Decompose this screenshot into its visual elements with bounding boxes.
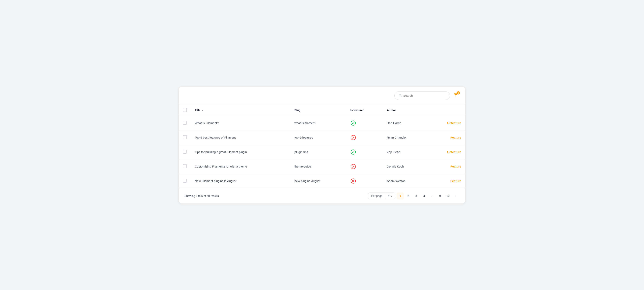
- row-checkbox[interactable]: [183, 164, 187, 168]
- row-checkbox-cell: [179, 174, 191, 188]
- title-sort-icon: ⌄: [202, 109, 204, 112]
- row-is-featured: [346, 174, 383, 188]
- featured-x-icon: [350, 135, 356, 140]
- row-author: Dan Harrin: [383, 116, 429, 130]
- row-action-cell: Feature: [429, 159, 465, 174]
- row-checkbox[interactable]: [183, 135, 187, 139]
- row-checkbox-cell: [179, 145, 191, 159]
- per-page-label: Per page: [368, 193, 386, 199]
- table-row: New Filament plugins in Augustnew-plugin…: [179, 174, 465, 188]
- featured-x-icon: [350, 178, 356, 184]
- pagination-page-2[interactable]: 2: [405, 192, 412, 199]
- row-checkbox[interactable]: [183, 121, 187, 125]
- row-title: New Filament plugins in August: [191, 174, 290, 188]
- row-author: Ryan Chandler: [383, 130, 429, 145]
- filter-button[interactable]: 0: [452, 92, 460, 99]
- featured-check-icon: [350, 149, 356, 155]
- pagination-page-3[interactable]: 3: [413, 192, 420, 199]
- pagination-page-4[interactable]: 4: [420, 192, 428, 199]
- row-author: Dennis Koch: [383, 159, 429, 174]
- table-row: What is Filament?what-is-filament Dan Ha…: [179, 116, 465, 130]
- pagination-page-1[interactable]: 1: [397, 192, 404, 199]
- per-page-selector: Per page 5 ⌄: [368, 192, 395, 199]
- row-checkbox-cell: [179, 130, 191, 145]
- header-checkbox-cell: [179, 105, 191, 116]
- select-all-checkbox[interactable]: [183, 108, 187, 112]
- per-page-dropdown[interactable]: 5 ⌄: [386, 193, 395, 199]
- pagination-next-button[interactable]: ›: [452, 192, 460, 199]
- header-action: [429, 105, 465, 116]
- row-author: Zep Fietje: [383, 145, 429, 159]
- search-box: [394, 92, 450, 100]
- data-table: Title ⌄ Slug Is featured Author What is …: [179, 105, 465, 188]
- main-container: 0 Title ⌄ Slug Is featured: [179, 87, 465, 203]
- header-author: Author: [383, 105, 429, 116]
- search-icon: [398, 94, 402, 98]
- row-is-featured: [346, 116, 383, 130]
- featured-check-icon: [350, 120, 356, 126]
- row-title: Top 5 best features of Filament: [191, 130, 290, 145]
- filter-badge: 0: [457, 91, 460, 95]
- row-action-button[interactable]: Feature: [450, 179, 461, 183]
- row-action-cell: Unfeature: [429, 116, 465, 130]
- row-action-button[interactable]: Unfeature: [447, 150, 461, 154]
- row-action-cell: Unfeature: [429, 145, 465, 159]
- row-action-button[interactable]: Feature: [450, 165, 461, 168]
- row-slug: top-5-features: [290, 130, 346, 145]
- table-row: Customizing Filament's UI with a themeth…: [179, 159, 465, 174]
- header-is-featured: Is featured: [346, 105, 383, 116]
- footer-right: Per page 5 ⌄ 1234...910›: [368, 192, 460, 199]
- row-is-featured: [346, 145, 383, 159]
- row-action-button[interactable]: Unfeature: [447, 121, 461, 125]
- table-footer: Showing 1 to 5 of 50 results Per page 5 …: [179, 188, 465, 203]
- row-title: Tips for building a great Filament plugi…: [191, 145, 290, 159]
- row-author: Adam Weston: [383, 174, 429, 188]
- row-checkbox[interactable]: [183, 179, 187, 183]
- header-title[interactable]: Title ⌄: [191, 105, 290, 116]
- table-row: Tips for building a great Filament plugi…: [179, 145, 465, 159]
- row-is-featured: [346, 159, 383, 174]
- toolbar: 0: [179, 87, 465, 105]
- results-info: Showing 1 to 5 of 50 results: [184, 194, 219, 197]
- pagination-page-9[interactable]: 9: [436, 192, 444, 199]
- row-slug: theme-guide: [290, 159, 346, 174]
- row-title: Customizing Filament's UI with a theme: [191, 159, 290, 174]
- row-slug: new-plugins-august: [290, 174, 346, 188]
- pagination-page-10[interactable]: 10: [444, 192, 452, 199]
- header-slug: Slug: [290, 105, 346, 116]
- row-checkbox-cell: [179, 116, 191, 130]
- search-input[interactable]: [403, 94, 446, 97]
- row-action-button[interactable]: Feature: [450, 136, 461, 139]
- pagination: 1234...910›: [397, 192, 460, 199]
- per-page-chevron-icon: ⌄: [390, 194, 392, 197]
- row-slug: plugin-tips: [290, 145, 346, 159]
- table-row: Top 5 best features of Filamenttop-5-fea…: [179, 130, 465, 145]
- row-action-cell: Feature: [429, 174, 465, 188]
- row-checkbox-cell: [179, 159, 191, 174]
- row-action-cell: Feature: [429, 130, 465, 145]
- row-title: What is Filament?: [191, 116, 290, 130]
- row-checkbox[interactable]: [183, 150, 187, 154]
- featured-x-icon: [350, 164, 356, 169]
- row-is-featured: [346, 130, 383, 145]
- svg-line-1: [401, 96, 401, 97]
- pagination-ellipsis: ...: [428, 192, 436, 199]
- row-slug: what-is-filament: [290, 116, 346, 130]
